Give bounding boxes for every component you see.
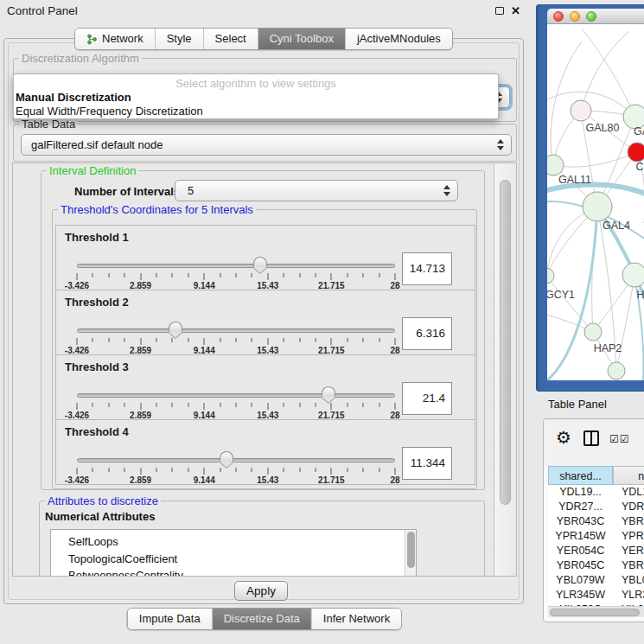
tab-infer-network[interactable]: Infer Network xyxy=(311,609,401,629)
slider-tick xyxy=(267,468,268,475)
close-traffic-light-icon[interactable] xyxy=(553,11,564,22)
table-row[interactable]: YPR145WYPR1 xyxy=(548,529,644,544)
slider-tick xyxy=(220,338,220,342)
slider-tick xyxy=(379,338,379,342)
threshold-slider[interactable]: -3.4262.8599.14415.4321.71528 xyxy=(77,451,395,486)
threshold-value-field[interactable]: 21.4 xyxy=(402,382,452,415)
table-cell: YBR043C xyxy=(548,514,613,529)
table-panel: ⚙ ☑☑ shared...name YDL19...YDL1YDR27...Y… xyxy=(543,418,644,622)
dropdown-option-equal-width-frequency[interactable]: Equal Width/Frequency Discretization xyxy=(14,105,498,118)
slider-tick xyxy=(204,468,205,475)
apply-button[interactable]: Apply xyxy=(234,581,288,601)
float-window-icon[interactable] xyxy=(495,7,504,15)
zoom-traffic-light-icon[interactable] xyxy=(586,11,596,22)
dropdown-option-manual-discretization[interactable]: Manual Discretization xyxy=(14,91,498,105)
slider-tick xyxy=(284,403,284,407)
tab-cyni-toolbox[interactable]: Cyni Toolbox xyxy=(258,29,345,49)
threshold-value-field[interactable]: 6.316 xyxy=(402,317,452,350)
attribute-item-topologicalcoefficient[interactable]: TopologicalCoefficient xyxy=(51,551,416,568)
slider-tick xyxy=(108,468,109,472)
table-row[interactable]: YER054CYER0 xyxy=(548,544,644,558)
tab-style[interactable]: Style xyxy=(155,29,203,49)
table-cell: YBL0 xyxy=(613,573,644,588)
table-panel-title: Table Panel xyxy=(548,396,607,413)
node-gal4[interactable] xyxy=(583,192,612,221)
close-icon[interactable]: ✕ xyxy=(511,5,520,16)
threshold-label: Threshold 3 xyxy=(65,360,129,373)
threshold-slider[interactable]: -3.4262.8599.14415.4321.71528 xyxy=(77,257,395,291)
slider-tick xyxy=(252,403,252,407)
node-bottom[interactable] xyxy=(608,362,625,379)
checkboxes-icon[interactable]: ☑☑ xyxy=(609,433,630,445)
tick-label: -3.426 xyxy=(65,475,89,485)
node-hap2[interactable] xyxy=(584,323,602,341)
tab-impute-data[interactable]: Impute Data xyxy=(128,609,212,629)
threshold-value-field[interactable]: 14.713 xyxy=(402,252,452,285)
node-gcy1[interactable] xyxy=(547,268,554,284)
slider-tick xyxy=(108,403,109,407)
slider-track[interactable] xyxy=(77,458,395,462)
slider-tick xyxy=(316,468,316,472)
network-window-frame[interactable]: GAL80GACGAL11GAL4GCY1HHAP2 xyxy=(536,4,644,392)
tab-select[interactable]: Select xyxy=(203,29,258,49)
slider-tick xyxy=(124,338,125,342)
slider-track[interactable] xyxy=(77,264,395,268)
attributes-title: Attributes to discretize xyxy=(45,494,161,507)
attribute-item-selfloops[interactable]: SelfLoops xyxy=(51,533,416,551)
slider-tick xyxy=(92,273,93,277)
threshold-slider[interactable]: -3.4262.8599.14415.4321.71528 xyxy=(77,386,395,421)
node-red[interactable] xyxy=(628,143,644,162)
table-row[interactable]: YBL079WYBL0 xyxy=(548,573,644,588)
vertical-scrollbar[interactable] xyxy=(494,163,516,576)
slider-track[interactable] xyxy=(77,328,395,333)
table-row[interactable]: YDR27...YDR2 xyxy=(548,500,644,514)
slider-tick xyxy=(236,468,237,472)
tab-jactivemnodules[interactable]: jActiveMNodules xyxy=(345,29,452,49)
split-view-icon[interactable] xyxy=(583,430,599,446)
threshold-slider[interactable]: -3.4262.8599.14415.4321.71528 xyxy=(77,322,395,356)
tab-label: Cyni Toolbox xyxy=(270,32,334,46)
minimize-traffic-light-icon[interactable] xyxy=(570,11,580,22)
slider-thumb[interactable] xyxy=(253,257,267,267)
table-row[interactable]: YBR045CYBR0 xyxy=(548,558,644,573)
numerical-attributes-list[interactable]: SelfLoopsTopologicalCoefficientBetweenne… xyxy=(50,529,417,576)
node-green-right[interactable] xyxy=(622,263,644,287)
slider-tick xyxy=(331,273,332,280)
threshold-panel-threshold-1: Threshold 1-3.4262.8599.14415.4321.71528… xyxy=(55,225,475,290)
node-label-ga: GA xyxy=(634,125,644,137)
table-row[interactable]: YDL19...YDL1 xyxy=(548,485,644,500)
slider-tick xyxy=(395,468,396,475)
slider-thumb[interactable] xyxy=(220,451,233,462)
slider-thumb[interactable] xyxy=(169,322,182,332)
num-intervals-combobox[interactable]: 5 xyxy=(175,180,458,201)
network-window-titlebar[interactable] xyxy=(547,9,644,24)
network-view-canvas[interactable]: GAL80GACGAL11GAL4GCY1HHAP2 xyxy=(547,24,644,380)
threshold-value-field[interactable]: 11.344 xyxy=(402,447,452,480)
tab-network[interactable]: Network xyxy=(75,29,155,49)
slider-tick xyxy=(236,403,237,407)
tab-discretize-data[interactable]: Discretize Data xyxy=(212,609,311,629)
gear-icon[interactable]: ⚙ xyxy=(556,427,571,448)
list-scrollbar[interactable] xyxy=(405,530,416,576)
table-data-combobox[interactable]: galFiltered.sif default node xyxy=(21,134,512,156)
slider-tick xyxy=(77,403,78,410)
table-row[interactable]: YLR345WYLR3 xyxy=(548,588,644,603)
column-header-name[interactable]: name xyxy=(613,466,644,485)
threshold-label: Threshold 1 xyxy=(65,231,129,244)
table-cell: YDL1 xyxy=(613,485,644,500)
table-cell: YBL079W xyxy=(548,573,613,588)
slider-tick xyxy=(140,273,141,280)
node-green-left[interactable] xyxy=(547,155,564,175)
table-cell: YLR345W xyxy=(548,588,613,603)
slider-thumb[interactable] xyxy=(322,386,335,397)
scrollbar-thumb[interactable] xyxy=(550,609,640,616)
slider-track[interactable] xyxy=(77,393,395,398)
scrollbar-thumb[interactable] xyxy=(500,180,511,505)
slider-tick xyxy=(395,403,396,410)
table-row[interactable]: YBR043CYBR0 xyxy=(548,514,644,529)
attributes-group: Attributes to discretize Numerical Attri… xyxy=(39,501,485,576)
node-pink[interactable] xyxy=(571,100,591,121)
horizontal-scrollbar[interactable] xyxy=(548,606,644,617)
attribute-item-betweennesscentrality[interactable]: BetweennessCentrality xyxy=(51,567,416,576)
column-header-shared[interactable]: shared... xyxy=(548,466,613,485)
